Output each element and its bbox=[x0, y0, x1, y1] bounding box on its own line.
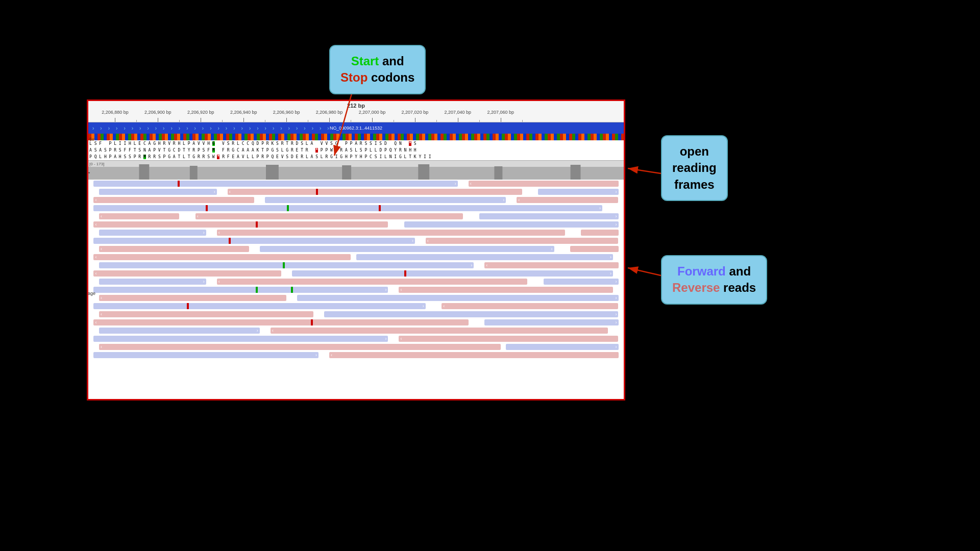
ruler-label-6: 2,206,980 bp bbox=[316, 110, 343, 115]
sequence-row-3: P Q L H P A H S S P R M R R S P G A T L … bbox=[88, 154, 624, 160]
svg-line-11 bbox=[628, 268, 661, 276]
position-label: 212 bp bbox=[347, 103, 365, 109]
read-row: › ‹ bbox=[88, 286, 624, 294]
age-label: age bbox=[88, 291, 95, 296]
ruler-label-4: 2,206,940 bp bbox=[230, 110, 257, 115]
svg-rect-1 bbox=[139, 164, 149, 180]
read-row: ‹ › bbox=[88, 343, 624, 351]
ruler-label-5: 2,206,960 bp bbox=[273, 110, 300, 115]
ruler-label-10: 2,207,060 bp bbox=[487, 110, 514, 115]
read-row: › ‹ bbox=[88, 229, 624, 237]
read-row: › ‹ bbox=[88, 352, 624, 359]
svg-rect-6 bbox=[494, 166, 502, 180]
reads-area: › ‹ › ‹ › ‹ › bbox=[88, 180, 624, 359]
read-row: ‹ › bbox=[88, 270, 624, 278]
gene-track: NC_000962.3:1..4411532 › › › › › › › › ›… bbox=[88, 122, 624, 134]
stop-text: Stop bbox=[340, 70, 368, 84]
forward-text: Forward bbox=[677, 264, 726, 278]
svg-rect-0 bbox=[88, 167, 624, 180]
ruler-label-2: 2,206,900 bp bbox=[144, 110, 172, 115]
read-row: › ‹ bbox=[88, 237, 624, 245]
read-row: ‹ › ‹ bbox=[88, 196, 624, 204]
gene-track-label: NC_000962.3:1..4411532 bbox=[330, 126, 382, 131]
read-row: › ‹ › bbox=[88, 188, 624, 196]
read-row: › ‹ bbox=[88, 262, 624, 269]
sequence-row-1: L S F P L I I H L E C A G H R V R H L P … bbox=[88, 140, 624, 147]
read-row: › bbox=[88, 205, 624, 212]
read-row: › ‹ › bbox=[88, 278, 624, 286]
read-row: › ‹ bbox=[88, 180, 624, 188]
svg-line-10 bbox=[628, 168, 661, 173]
read-row: ‹ › bbox=[88, 311, 624, 318]
svg-rect-7 bbox=[571, 165, 581, 180]
ruler-label-8: 2,207,020 bp bbox=[402, 110, 429, 115]
callout-reads: Forward and Reverse reads bbox=[661, 255, 767, 305]
svg-rect-5 bbox=[418, 164, 429, 180]
sequence-colorbar bbox=[88, 134, 624, 140]
side-label: 5v bbox=[89, 137, 94, 142]
reverse-text: Reverse bbox=[672, 281, 720, 294]
read-row: ‹ › bbox=[88, 245, 624, 253]
read-row: ‹ › bbox=[88, 294, 624, 302]
read-row: ‹ ‹ › bbox=[88, 213, 624, 220]
ruler-label-7: 2,207,000 bp bbox=[359, 110, 386, 115]
read-row: ‹ › bbox=[88, 319, 624, 327]
svg-rect-2 bbox=[190, 166, 198, 180]
ruler-label-3: 2,206,920 bp bbox=[187, 110, 214, 115]
read-row: ‹ › bbox=[88, 254, 624, 261]
svg-rect-3 bbox=[266, 165, 279, 180]
read-row: › ‹ bbox=[88, 303, 624, 310]
coverage-track: [0 - 173] bbox=[88, 160, 624, 180]
start-text: Start bbox=[351, 54, 379, 68]
read-row: › ‹ bbox=[88, 335, 624, 343]
read-row: ‹ › bbox=[88, 221, 624, 229]
callout-orf: openreadingframes bbox=[661, 135, 728, 201]
svg-rect-4 bbox=[342, 165, 351, 180]
callout-codons: Start and Stop codons bbox=[329, 45, 426, 94]
ruler-label-9: 2,207,040 bp bbox=[445, 110, 472, 115]
ruler-label-1: 2,206,880 bp bbox=[102, 110, 129, 115]
read-row: › ‹ bbox=[88, 327, 624, 335]
sequence-row-2: A S A S P R S F F T S N A P V T G C D T … bbox=[88, 147, 624, 154]
